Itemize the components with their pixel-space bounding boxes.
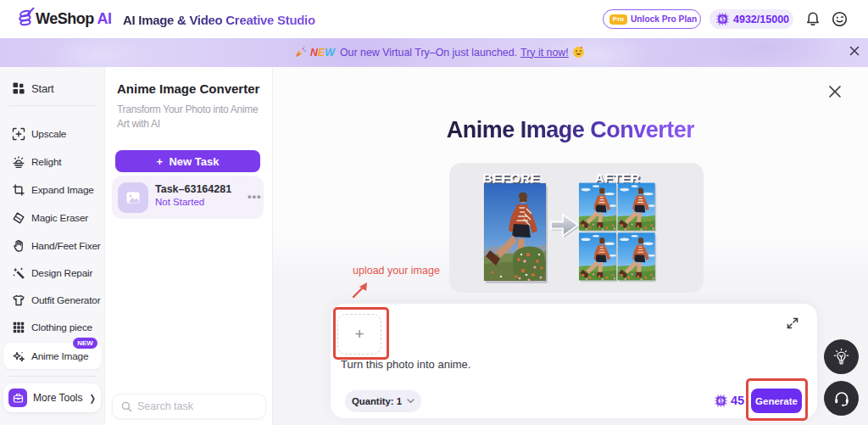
svg-text:AFTER: AFTER xyxy=(594,171,640,185)
svg-text:BEFORE: BEFORE xyxy=(482,171,540,185)
svg-text:$: $ xyxy=(720,397,723,404)
svg-text:$: $ xyxy=(721,16,725,23)
